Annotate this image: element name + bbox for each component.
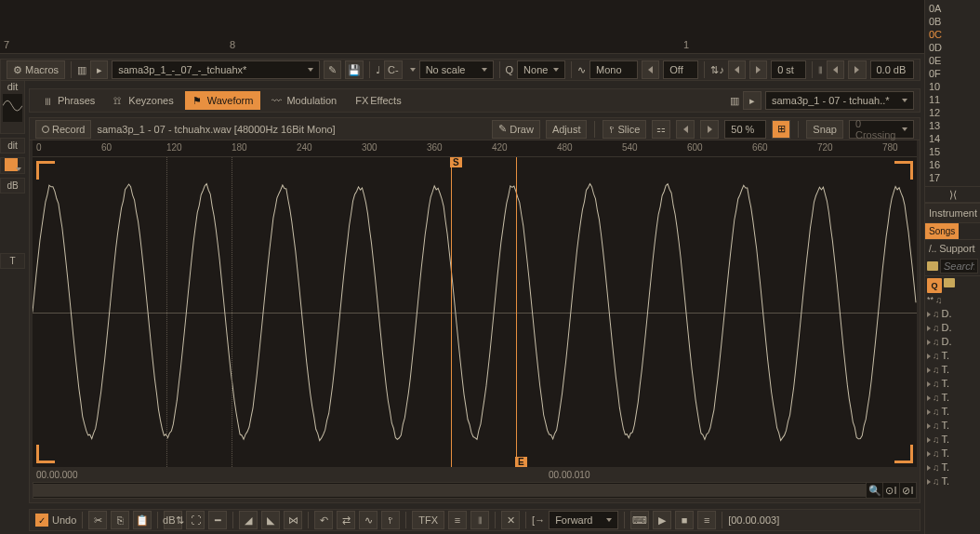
slice-settings-button[interactable]: ⚏	[652, 120, 670, 139]
search-go-button[interactable]: Q	[927, 278, 942, 293]
slice-button[interactable]: ⫯Slice	[603, 120, 646, 139]
tree-item[interactable]: ♫T.	[927, 405, 978, 419]
stop-button[interactable]: ■	[675, 511, 694, 529]
slot-16[interactable]: 16	[929, 158, 976, 171]
transpose-down-button[interactable]	[728, 60, 746, 79]
save-icon[interactable]: 💾	[345, 60, 364, 79]
sample-selector-2[interactable]: sama3p_1 - 07 - tchuah..*	[765, 91, 914, 110]
adjust-button[interactable]: Adjust	[546, 120, 588, 139]
sample-ruler[interactable]: 060120180240300360420480540600660720780	[33, 140, 917, 157]
transpose-up-button[interactable]	[749, 60, 767, 79]
loop-back-button[interactable]: ↶	[314, 511, 333, 529]
play-button[interactable]: ▶	[653, 511, 671, 529]
fade-in-button[interactable]: ◢	[239, 511, 258, 529]
slot-0B[interactable]: 0B	[929, 15, 976, 28]
start-marker[interactable]: S	[451, 157, 452, 467]
slot-13[interactable]: 13	[929, 119, 976, 132]
tree-item[interactable]: ♫T.	[927, 377, 978, 391]
volume-value[interactable]: 0.0 dB	[870, 60, 914, 79]
tree-item[interactable]: ♫T.	[927, 433, 978, 447]
edit-icon[interactable]: ✎	[324, 60, 341, 79]
slot-0C[interactable]: 0C	[929, 28, 976, 41]
folder-open-icon[interactable]	[944, 278, 955, 287]
tree-item[interactable]: ♫T.	[927, 474, 978, 488]
waveform-display[interactable]: 060120180240300360420480540600660720780 …	[33, 140, 917, 467]
songs-tab[interactable]: Songs	[925, 223, 959, 239]
tab-keyzones[interactable]: ⟟⟟Keyzones	[106, 91, 180, 110]
slot-12[interactable]: 12	[929, 106, 976, 119]
channel-selector[interactable]: Mono	[589, 60, 638, 79]
shuffle-button[interactable]: ✕	[501, 511, 520, 529]
instrument-slots[interactable]: 0A0B0C0D0E0F1011121314151617	[925, 0, 980, 186]
tab-waveform[interactable]: ⚑Waveform	[185, 91, 261, 110]
crossfade-button[interactable]: ⋈	[284, 511, 302, 529]
nav-play-button[interactable]: ▸	[743, 91, 761, 110]
collapse-icon[interactable]: ⟩⟨	[925, 186, 980, 203]
tab-modulation[interactable]: 〰Modulation	[264, 91, 344, 110]
slot-0A[interactable]: 0A	[929, 2, 976, 15]
prev-channel-button[interactable]	[642, 60, 659, 79]
power-toggle[interactable]: Off	[663, 60, 698, 79]
file-tree[interactable]: ♫D.♫D.♫D.♫T.♫T.♫T.♫T.♫T.♫T.♫T.♫T.♫T.♫T.	[925, 305, 980, 490]
copy-button[interactable]: ⎘	[111, 511, 129, 529]
zoom-reset-button[interactable]: ⊘I	[899, 483, 916, 498]
slot-17[interactable]: 17	[929, 171, 976, 184]
orange-toggle[interactable]: ⊞	[772, 120, 790, 139]
tree-item[interactable]: ♫T.	[927, 349, 978, 363]
paste-button[interactable]: 📋	[133, 511, 152, 529]
play-nav-button[interactable]: ▸	[90, 60, 108, 79]
tune-button[interactable]: C-	[384, 60, 403, 79]
fx2-button[interactable]: ⫴	[470, 511, 489, 529]
horizontal-scrollbar[interactable]: 🔍 ⊙I ⊘I	[33, 482, 917, 499]
dc-button[interactable]: ⫯	[381, 511, 400, 529]
snap-button[interactable]: Snap	[806, 120, 843, 139]
tree-item[interactable]: ♫D.	[927, 335, 978, 349]
orange-dropdown[interactable]	[0, 157, 25, 174]
vol-up-button[interactable]	[848, 60, 866, 79]
snap-mode-selector[interactable]: 0 Crossing	[849, 120, 914, 139]
support-link[interactable]: /.. Support	[925, 240, 980, 257]
quantize-selector[interactable]: None	[517, 60, 565, 79]
sample-selector[interactable]: sama3p_1_-_07_-_tchuahx*	[112, 60, 320, 79]
slot-0F[interactable]: 0F	[929, 67, 976, 80]
zoom-fit-button[interactable]: ⊙I	[882, 483, 899, 498]
slot-14[interactable]: 14	[929, 132, 976, 145]
smooth-button[interactable]: ∿	[359, 511, 377, 529]
normalize-button[interactable]: dB⇅	[164, 511, 182, 529]
pattern-timeline[interactable]: 781	[0, 0, 980, 54]
slot-0D[interactable]: 0D	[929, 41, 976, 54]
piano-button[interactable]: ⌨	[630, 511, 649, 529]
slot-15[interactable]: 15	[929, 145, 976, 158]
macros-button[interactable]: ⚙ Macros	[7, 60, 65, 79]
cut-button[interactable]: ✂	[88, 511, 107, 529]
search-input[interactable]	[940, 259, 978, 274]
tree-item[interactable]: ♫T.	[927, 461, 978, 474]
undo-checkbox[interactable]: ✓	[35, 514, 48, 527]
trim-button[interactable]: ━	[208, 511, 227, 529]
zoom-in-button[interactable]	[700, 120, 719, 139]
loop-mode-selector[interactable]: Forward	[549, 511, 618, 529]
tree-item[interactable]: ♫D.	[927, 321, 978, 335]
end-marker[interactable]: E	[516, 157, 517, 467]
tree-item[interactable]: ♫D.	[927, 307, 978, 321]
tree-item[interactable]: ♫T.	[927, 363, 978, 377]
slot-11[interactable]: 11	[929, 93, 976, 106]
zoom-value[interactable]: 50 %	[724, 120, 766, 139]
slot-0E[interactable]: 0E	[929, 54, 976, 67]
prev-button[interactable]: ≡	[697, 511, 716, 529]
t-button[interactable]: T	[0, 253, 25, 269]
tree-item[interactable]: ♫T.	[927, 391, 978, 405]
record-button[interactable]: Record	[35, 120, 91, 139]
fade-out-button[interactable]: ◣	[261, 511, 280, 529]
draw-button[interactable]: ✎Draw	[492, 120, 540, 139]
tree-item[interactable]: ♫T.	[927, 419, 978, 433]
zoom-out-button[interactable]	[676, 120, 695, 139]
fx1-button[interactable]: ≡	[448, 511, 467, 529]
reverse-button[interactable]: ⇄	[337, 511, 355, 529]
vol-down-button[interactable]	[827, 60, 844, 79]
tree-item[interactable]: ♫T.	[927, 447, 978, 461]
scale-selector[interactable]: No scale	[419, 60, 494, 79]
fullscreen-button[interactable]: ⛶	[186, 511, 205, 529]
transpose-value[interactable]: 0 st	[771, 60, 806, 79]
tfx-button[interactable]: TFX	[412, 511, 444, 529]
